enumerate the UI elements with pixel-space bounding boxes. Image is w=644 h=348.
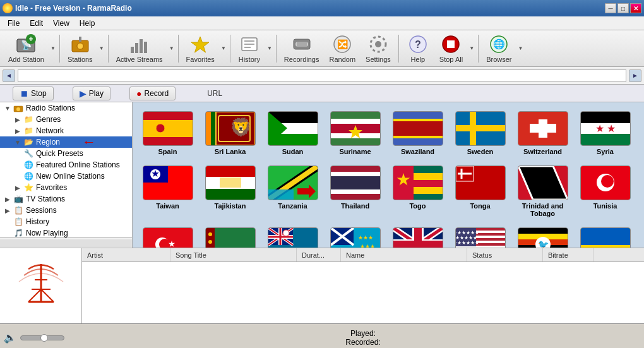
genres-expand: ▶	[13, 116, 23, 123]
flag-item-spain[interactable]: Spain	[138, 107, 198, 159]
sidebar-hscroll[interactable]	[0, 237, 132, 248]
browser-arrow[interactable]: ▼	[517, 36, 523, 61]
close-button[interactable]: ✕	[630, 3, 641, 13]
add-station-label: Add Station	[8, 56, 44, 63]
menu-help[interactable]: Help	[75, 18, 100, 29]
flag-item-togo[interactable]: Togo	[388, 162, 448, 221]
svg-rect-11	[144, 42, 147, 53]
stop-button[interactable]: ⏹ Stop	[13, 87, 54, 100]
menu-edit[interactable]: Edit	[25, 18, 48, 29]
flag-item-turks[interactable]: Turks	[263, 224, 323, 248]
sep-5	[276, 35, 277, 63]
flag-item-thailand[interactable]: ➡Thailand	[325, 162, 385, 221]
volume-thumb[interactable]	[40, 334, 48, 342]
flag-item-sudan[interactable]: Sudan	[263, 107, 323, 159]
sidebar-item-favorites[interactable]: ▶ ⭐ Favorites	[0, 182, 132, 193]
maximize-button[interactable]: □	[617, 3, 629, 13]
stations-button[interactable]: Stations	[63, 32, 97, 66]
flag-item-uganda[interactable]: 🐦Uganda	[513, 224, 573, 248]
flag-image-ukraine	[580, 227, 631, 248]
flag-name-tunisia: Tunisia	[593, 202, 617, 210]
flag-item-swaziland[interactable]: Swaziland	[388, 107, 448, 159]
url-input[interactable]	[18, 69, 626, 82]
th-name[interactable]: Name	[341, 248, 467, 261]
favorites-arrow[interactable]: ▼	[220, 36, 227, 61]
played-recorded: Played: Recorded:	[86, 329, 640, 347]
add-station-button[interactable]: 📡 + Add Station	[4, 32, 49, 66]
flag-name-syria: Syria	[597, 148, 614, 155]
history-button[interactable]: History	[234, 32, 265, 66]
history-arrow[interactable]: ▼	[266, 36, 273, 61]
sidebar-item-featured[interactable]: 🌐 Featured Online Stations	[0, 159, 132, 171]
sidebar-item-radio-stations[interactable]: ▼ Radio Stations	[0, 102, 132, 114]
th-song-title[interactable]: Song Title	[170, 248, 297, 261]
window-controls[interactable]: ─ □ ✕	[605, 3, 641, 13]
toolbar: 📡 + Add Station ▼ Stations ▼	[0, 30, 644, 67]
flag-item-tajikistan[interactable]: Tajikistan	[200, 162, 260, 221]
flag-item-switzerland[interactable]: Switzerland	[513, 107, 573, 159]
history-icon	[239, 34, 259, 54]
flag-item-srilanka[interactable]: 🦁Sri Lanka	[200, 107, 260, 159]
flag-item-suriname[interactable]: Suriname	[325, 107, 385, 159]
flag-item-ukraine[interactable]: Ukraine	[575, 224, 635, 248]
flag-item-turkey[interactable]: Turkey	[138, 224, 198, 248]
stations-arrow[interactable]: ▼	[98, 36, 105, 61]
flag-item-usa[interactable]: ★★★★★★★★★★★★★★★★★USA	[450, 224, 510, 248]
flag-item-tunisia[interactable]: ☪Tunisia	[575, 162, 635, 221]
th-bitrate[interactable]: Bitrate	[543, 248, 593, 261]
sidebar-item-tv[interactable]: ▶ 📺 TV Stations	[0, 193, 132, 205]
flag-item-sweden[interactable]: Sweden	[450, 107, 510, 159]
favorites-button[interactable]: Favorites	[182, 32, 219, 66]
play-button[interactable]: ▶ Play	[73, 87, 110, 100]
sidebar-item-region[interactable]: ▼ 📂 Region ←	[0, 136, 132, 148]
sidebar-item-sessions[interactable]: ▶ 📋 Sessions	[0, 205, 132, 216]
menu-file[interactable]: File	[3, 18, 25, 29]
sidebar-item-quick-presets[interactable]: 🔧 Quick Presets	[0, 148, 132, 159]
flag-image-uganda: 🐦	[518, 227, 568, 248]
stop-all-button[interactable]: Stop All	[435, 32, 467, 66]
url-forward-button[interactable]: ►	[629, 69, 641, 82]
sidebar-item-new-online[interactable]: 🌐 New Online Stations	[0, 171, 132, 182]
url-back-button[interactable]: ◄	[3, 69, 15, 82]
flag-item-tonga[interactable]: Tonga	[450, 162, 510, 221]
recordings-button[interactable]: Recordings	[280, 32, 324, 66]
region-expand: ▼	[13, 139, 23, 146]
flag-item-syria[interactable]: ★ ★Syria	[575, 107, 635, 159]
sidebar-item-genres[interactable]: ▶ 📁 Genres	[0, 114, 132, 125]
new-online-label: New Online Stations	[36, 172, 105, 181]
active-streams-arrow[interactable]: ▼	[169, 36, 175, 61]
now-playing-label: Now Playing	[26, 229, 68, 237]
sep-1	[59, 35, 60, 63]
th-artist[interactable]: Artist	[82, 248, 170, 261]
flag-item-taiwan[interactable]: Taiwan	[138, 162, 198, 221]
minimize-button[interactable]: ─	[605, 3, 616, 13]
record-button[interactable]: ● Record	[129, 87, 176, 100]
stop-all-arrow[interactable]: ▼	[468, 36, 475, 61]
recordings-label: Recordings	[284, 56, 319, 63]
flag-item-tuvalu[interactable]: ★★★★★★★★★Tuvalu	[325, 224, 385, 248]
active-streams-button[interactable]: Active Streams	[112, 32, 167, 66]
tv-icon: 📺	[13, 194, 24, 204]
volume-slider[interactable]	[20, 335, 64, 340]
svg-rect-62	[530, 124, 556, 133]
th-status[interactable]: Status	[467, 248, 543, 261]
svg-text:★★★: ★★★	[360, 243, 375, 248]
sidebar-item-history[interactable]: 📋 History	[0, 216, 132, 227]
menu-view[interactable]: View	[48, 18, 75, 29]
settings-button[interactable]: Settings	[361, 32, 395, 66]
add-station-arrow[interactable]: ▼	[50, 36, 56, 61]
flag-item-tanzania[interactable]: Tanzania	[263, 162, 323, 221]
svg-text:★★★★★★: ★★★★★★	[456, 240, 479, 246]
th-duration[interactable]: Durat...	[297, 248, 341, 261]
sidebar-item-network[interactable]: ▶ 📁 Network	[0, 125, 132, 136]
flag-item-turkmenistan[interactable]: Turkmenistan	[200, 224, 260, 248]
help-button[interactable]: ? Help	[402, 32, 434, 66]
flag-item-uk[interactable]: United Kingdom	[388, 224, 448, 248]
flag-item-trinidad[interactable]: Trinidad and Tobago	[513, 162, 573, 221]
random-button[interactable]: 🔀 Random	[325, 32, 360, 66]
svg-rect-10	[140, 39, 143, 53]
sidebar-item-now-playing[interactable]: 🎵 Now Playing	[0, 227, 132, 237]
flag-image-turkmenistan	[205, 227, 256, 248]
browser-button[interactable]: 🌐 Browser	[482, 32, 516, 66]
quick-presets-icon: 🔧	[23, 148, 34, 159]
